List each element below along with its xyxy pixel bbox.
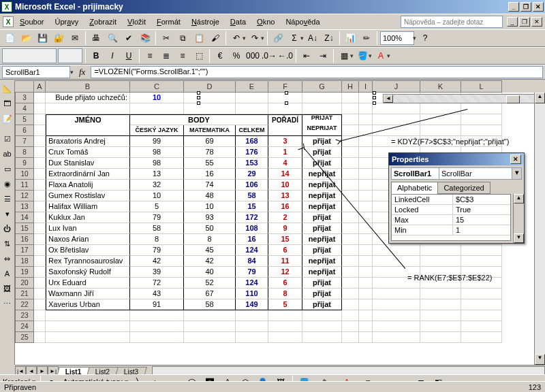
cell[interactable] [34, 256, 46, 267]
cell[interactable] [359, 114, 373, 125]
cell[interactable] [236, 103, 268, 114]
row-header-4[interactable]: 4 [15, 103, 34, 114]
copy-button[interactable]: ⧉ [175, 31, 190, 46]
cell[interactable] [34, 125, 46, 136]
combo-control[interactable]: ▾ [1, 207, 14, 220]
cell[interactable] [34, 212, 46, 223]
cell[interactable] [461, 256, 502, 267]
spin-control[interactable]: ⇅ [1, 237, 14, 250]
cell[interactable] [461, 332, 502, 343]
row-header-24[interactable]: 24 [15, 321, 34, 332]
hdr-body[interactable]: BODY [130, 114, 268, 125]
row-header-13[interactable]: 13 [15, 201, 34, 212]
undo-button[interactable]: ↶ [229, 31, 244, 46]
cell[interactable] [34, 299, 46, 310]
scroll-left-arrow[interactable]: ◄ [384, 95, 393, 103]
row-header-5[interactable]: 5 [15, 114, 34, 125]
design-mode-button[interactable]: 📐 [1, 82, 14, 95]
new-button[interactable]: 📄 [2, 31, 17, 46]
select-all-corner[interactable] [15, 80, 34, 93]
preview-button[interactable]: 🔍 [105, 31, 120, 46]
properties-tab-categorized[interactable]: Categorized [437, 182, 490, 194]
row-header-11[interactable]: 11 [15, 180, 34, 191]
cell-name[interactable]: Naxos Arian [46, 234, 130, 245]
cell[interactable] [302, 310, 342, 321]
cell[interactable] [342, 93, 359, 103]
cell[interactable] [130, 310, 184, 321]
properties-button[interactable]: 🗔 [1, 97, 14, 110]
row-header-14[interactable]: 14 [15, 212, 34, 223]
scroll-track[interactable] [393, 95, 545, 103]
cell-name[interactable]: Braxatoris Andrej [46, 136, 130, 147]
cell[interactable] [34, 158, 46, 169]
bold-button[interactable]: B [89, 48, 104, 63]
cell[interactable] [34, 278, 46, 289]
menu-upravy[interactable]: Úpravy [50, 16, 83, 27]
cell[interactable] [359, 136, 373, 147]
properties-panel[interactable]: Properties ✕ ScrollBar1 ScrollBar ▾ Alph… [388, 152, 525, 244]
list-control[interactable]: ☰ [1, 192, 14, 206]
cell-name[interactable]: Halifax William [46, 201, 130, 212]
cell[interactable] [34, 103, 46, 114]
cell-name[interactable]: Kuklux Jan [46, 212, 130, 223]
row-header-25[interactable]: 25 [15, 332, 34, 343]
cell[interactable] [461, 125, 502, 136]
cell[interactable] [342, 321, 359, 332]
cell[interactable] [34, 245, 46, 256]
cell[interactable] [373, 299, 420, 310]
font-color-button[interactable]: A [373, 48, 388, 63]
borders-button[interactable]: ▦ [337, 48, 352, 63]
italic-button[interactable]: I [105, 48, 120, 63]
menu-okno[interactable]: Okno [252, 16, 279, 27]
open-button[interactable]: 📂 [18, 31, 33, 46]
col-D[interactable]: D [184, 80, 236, 93]
zoom-combo[interactable] [380, 31, 414, 45]
currency-button[interactable]: € [213, 48, 228, 63]
cell[interactable] [34, 321, 46, 332]
research-button[interactable]: 📚 [138, 31, 153, 46]
cell[interactable] [359, 147, 373, 158]
cell[interactable] [46, 321, 130, 332]
cell[interactable] [342, 180, 359, 191]
cell[interactable] [34, 136, 46, 147]
cell[interactable] [359, 93, 373, 103]
col-I[interactable]: I [359, 80, 373, 93]
cell[interactable] [359, 180, 373, 191]
fill-color-button[interactable]: 🪣 [355, 48, 370, 63]
cell[interactable] [359, 278, 373, 289]
cell[interactable] [34, 201, 46, 212]
hdr-poradi[interactable]: POŘADÍ [268, 114, 302, 125]
inc-decimal-button[interactable]: .0→ [262, 48, 277, 63]
cell[interactable] [342, 125, 359, 136]
cell-name[interactable]: Saxofonský Rudolf [46, 267, 130, 278]
restore-button[interactable]: ❐ [520, 2, 531, 12]
comma-button[interactable]: 000 [245, 48, 260, 63]
dec-decimal-button[interactable]: ←.0 [278, 48, 293, 63]
cell[interactable] [236, 310, 268, 321]
col-A[interactable]: A [34, 80, 46, 93]
help-search[interactable] [401, 16, 503, 28]
properties-close-button[interactable]: ✕ [510, 154, 521, 164]
cell[interactable] [359, 103, 373, 114]
cell[interactable] [359, 245, 373, 256]
row-header-21[interactable]: 21 [15, 289, 34, 299]
cell[interactable] [34, 310, 46, 321]
cell[interactable] [420, 310, 461, 321]
cut-button[interactable]: ✂ [159, 31, 174, 46]
cell[interactable] [268, 310, 302, 321]
cell[interactable] [420, 125, 461, 136]
chart-button[interactable]: 📊 [343, 31, 358, 46]
cell-name[interactable]: Xaverius Urban [46, 299, 130, 310]
cell[interactable] [34, 234, 46, 245]
cell[interactable] [342, 267, 359, 278]
hdr-jmeno[interactable]: JMÉNO [46, 114, 130, 125]
save-button[interactable]: 💾 [35, 31, 50, 46]
cell[interactable] [342, 158, 359, 169]
merge-button[interactable]: ⬚ [191, 48, 206, 63]
scroll-control[interactable]: ⇔ [1, 252, 14, 265]
col-H[interactable]: H [342, 80, 359, 93]
cell[interactable] [420, 332, 461, 343]
cell[interactable] [34, 289, 46, 299]
mail-button[interactable]: ✉ [67, 31, 82, 46]
align-center-button[interactable]: ≣ [159, 48, 174, 63]
